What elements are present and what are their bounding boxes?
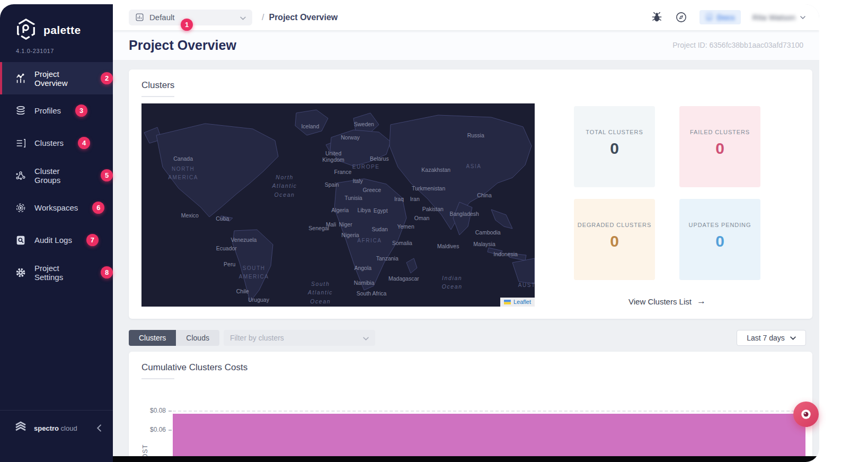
y-tickmark bbox=[169, 430, 172, 431]
stat-value: 0 bbox=[610, 232, 619, 250]
arrow-right-icon: → bbox=[697, 296, 706, 307]
doc-search-icon bbox=[15, 234, 26, 246]
app-window: palette 4.1.0-231017 Project Overview 2 … bbox=[0, 0, 868, 462]
compass-help-icon[interactable] bbox=[675, 11, 688, 24]
spectro-cloud-logo-icon bbox=[13, 419, 29, 437]
flag-icon bbox=[504, 300, 511, 304]
breadcrumb-current[interactable]: Project Overview bbox=[269, 13, 338, 22]
sidebar-item-label: Project Overview bbox=[34, 69, 86, 88]
stat-label: DEGRADED CLUSTERS bbox=[578, 222, 651, 228]
cluster-stats-grid: TOTAL CLUSTERS 0 FAILED CLUSTERS 0 DEGRA… bbox=[574, 106, 760, 280]
chevron-down-icon bbox=[790, 336, 796, 340]
sidebar-item-label: Cluster Groups bbox=[34, 167, 86, 185]
user-name: Rita Watson bbox=[752, 13, 795, 22]
chevron-down-icon bbox=[363, 334, 369, 342]
brand-block: palette 4.1.0-231017 bbox=[0, 4, 113, 54]
y-tick-0.08: $0.08 bbox=[141, 407, 166, 414]
support-fab-button[interactable] bbox=[793, 402, 819, 427]
book-icon bbox=[705, 13, 713, 21]
app-name: palette bbox=[43, 24, 81, 37]
bug-report-icon[interactable] bbox=[651, 11, 663, 24]
top-header: Default 1 / Project Overview bbox=[113, 4, 819, 30]
annotation-badge-3: 3 bbox=[75, 104, 87, 117]
page-title: Project Overview bbox=[129, 38, 236, 53]
mini-chart-icon bbox=[135, 13, 144, 22]
annotation-badge-1: 1 bbox=[181, 19, 193, 31]
sidebar-item-clusters[interactable]: Clusters 4 bbox=[0, 127, 113, 159]
docs-label: Docs bbox=[717, 13, 735, 22]
stat-updates-pending: UPDATES PENDING 0 bbox=[679, 199, 760, 280]
stat-failed-clusters: FAILED CLUSTERS 0 bbox=[679, 106, 760, 187]
breadcrumb: / Project Overview bbox=[262, 13, 338, 22]
annotation-badge-6: 6 bbox=[92, 202, 104, 214]
annotation-badge-5: 5 bbox=[101, 169, 113, 181]
tab-clusters[interactable]: Clusters bbox=[129, 330, 176, 346]
spectro-cloud-wordmark: spectro cloud bbox=[34, 424, 77, 432]
stat-value: 0 bbox=[715, 232, 724, 250]
page-title-row: Project Overview Project ID: 6356fc38bb1… bbox=[113, 30, 819, 60]
y-tickmark bbox=[169, 411, 172, 412]
clusters-card-title: Clusters bbox=[141, 80, 800, 91]
network-icon bbox=[15, 170, 26, 181]
chevron-down-icon bbox=[800, 16, 805, 19]
project-selector[interactable]: Default 1 bbox=[129, 10, 252, 25]
viewport-cutoff-bar bbox=[113, 456, 819, 462]
leaflet-attribution[interactable]: Leaflet bbox=[500, 298, 535, 307]
overview-chart-icon bbox=[15, 73, 26, 84]
gear-icon bbox=[15, 267, 26, 278]
stat-label: TOTAL CLUSTERS bbox=[586, 129, 643, 135]
date-range-value: Last 7 days bbox=[747, 334, 785, 342]
view-clusters-list-label: View Clusters List bbox=[628, 297, 692, 306]
title-underline bbox=[141, 378, 174, 379]
annotation-badge-7: 7 bbox=[86, 234, 99, 246]
layers-icon bbox=[15, 105, 26, 117]
sidebar-item-label: Workspaces bbox=[34, 203, 78, 212]
sidebar: palette 4.1.0-231017 Project Overview 2 … bbox=[0, 4, 113, 462]
leaflet-label: Leaflet bbox=[513, 299, 531, 305]
tab-clouds[interactable]: Clouds bbox=[176, 330, 219, 346]
sidebar-item-label: Clusters bbox=[34, 138, 64, 147]
palette-logo-icon bbox=[15, 18, 37, 42]
filter-placeholder: Filter by clusters bbox=[230, 334, 284, 342]
world-map[interactable]: Leaflet IcelandSwedenNorwayRussiaCanadaU… bbox=[141, 103, 535, 307]
stat-value: 0 bbox=[610, 140, 619, 158]
main-area: Default 1 / Project Overview bbox=[113, 4, 819, 462]
annotation-badge-2: 2 bbox=[101, 72, 113, 84]
support-icon bbox=[799, 407, 813, 421]
view-clusters-list-link[interactable]: View Clusters List → bbox=[628, 296, 706, 307]
date-range-select[interactable]: Last 7 days bbox=[737, 330, 806, 346]
y-tick-0.06: $0.06 bbox=[141, 426, 166, 433]
filter-bar: Clusters Clouds Filter by clusters Last … bbox=[129, 330, 806, 346]
sidebar-footer: spectro cloud bbox=[0, 410, 113, 437]
continent-shapes bbox=[141, 103, 535, 307]
sidebar-collapse-chevron-icon[interactable] bbox=[96, 424, 101, 432]
stat-degraded-clusters: DEGRADED CLUSTERS 0 bbox=[574, 199, 655, 280]
sidebar-item-profiles[interactable]: Profiles 3 bbox=[0, 94, 113, 127]
sidebar-item-label: Project Settings bbox=[34, 264, 86, 282]
app-version: 4.1.0-231017 bbox=[16, 48, 113, 54]
docs-button[interactable]: Docs bbox=[699, 10, 741, 24]
chevron-down-icon bbox=[240, 13, 246, 22]
user-menu[interactable]: Rita Watson bbox=[752, 13, 805, 22]
stat-total-clusters: TOTAL CLUSTERS 0 bbox=[574, 106, 655, 187]
server-list-icon bbox=[15, 137, 26, 149]
sidebar-item-project-overview[interactable]: Project Overview 2 bbox=[0, 62, 113, 94]
annotation-badge-4: 4 bbox=[78, 137, 90, 149]
sidebar-item-workspaces[interactable]: Workspaces 6 bbox=[0, 191, 113, 224]
sidebar-nav: Project Overview 2 Profiles 3 Clusters 4 bbox=[0, 62, 113, 289]
project-id: Project ID: 6356fc38bb1aac03afd73100 bbox=[672, 41, 803, 49]
gridline-dashed bbox=[173, 411, 805, 412]
filter-by-clusters-select[interactable]: Filter by clusters bbox=[224, 330, 375, 346]
sidebar-item-label: Profiles bbox=[34, 106, 61, 115]
stat-label: UPDATES PENDING bbox=[689, 222, 751, 228]
orbit-icon bbox=[15, 202, 26, 214]
sidebar-item-cluster-groups[interactable]: Cluster Groups 5 bbox=[0, 159, 113, 191]
stat-value: 0 bbox=[715, 140, 724, 158]
sidebar-item-audit-logs[interactable]: Audit Logs 7 bbox=[0, 224, 113, 256]
cumulative-cost-band bbox=[173, 414, 805, 462]
breadcrumb-separator: / bbox=[262, 13, 264, 22]
costs-card-title: Cumulative Clusters Costs bbox=[141, 362, 800, 373]
title-underline bbox=[141, 96, 174, 97]
project-selector-value: Default bbox=[149, 13, 175, 22]
sidebar-item-project-settings[interactable]: Project Settings 8 bbox=[0, 256, 113, 289]
